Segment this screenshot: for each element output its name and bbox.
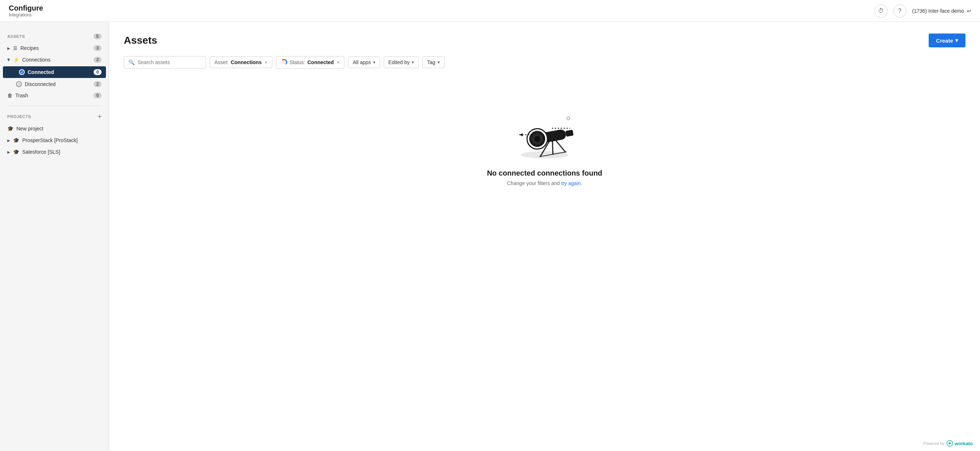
try-again-link[interactable]: try again. bbox=[562, 180, 582, 186]
salesforce-label: Salesforce [SLS] bbox=[22, 149, 60, 155]
help-button[interactable]: ? bbox=[893, 4, 907, 18]
svg-point-12 bbox=[567, 117, 570, 120]
telescope-illustration bbox=[508, 102, 581, 160]
help-icon: ? bbox=[898, 8, 901, 14]
salesforce-chevron-icon: ▶ bbox=[7, 150, 10, 154]
connections-chevron-icon: ▶ bbox=[7, 58, 11, 61]
empty-subtitle: Change your filters and try again. bbox=[507, 180, 582, 186]
sidebar-item-prosperstack[interactable]: ▶ 🎓 ProsperStack [ProStack] bbox=[0, 134, 109, 146]
svg-rect-6 bbox=[565, 130, 573, 137]
main-content: Assets Create ▾ 🔍 Asset: Connections × bbox=[109, 22, 980, 451]
sidebar-divider bbox=[7, 106, 102, 106]
svg-marker-14 bbox=[519, 133, 523, 136]
connected-item-left: ✓ Connected bbox=[19, 69, 54, 75]
sidebar-item-salesforce[interactable]: ▶ 🎓 Salesforce [SLS] bbox=[0, 146, 109, 158]
disconnected-badge: 2 bbox=[94, 81, 102, 87]
connections-item-left: ▶ ⚡ Connections bbox=[7, 57, 51, 63]
empty-state: No connected connections found Change yo… bbox=[124, 80, 966, 208]
brand-title: Configure bbox=[9, 4, 43, 13]
status-filter-value: Connected bbox=[307, 59, 334, 65]
brand-subtitle: Integrations bbox=[9, 13, 43, 18]
create-button[interactable]: Create ▾ bbox=[929, 33, 966, 47]
recipes-list-icon: ☰ bbox=[13, 46, 18, 51]
prosperstack-icon: 🎓 bbox=[13, 137, 19, 143]
create-label: Create bbox=[936, 38, 953, 44]
assets-count-badge: 5 bbox=[94, 33, 102, 39]
trash-icon: 🗑 bbox=[7, 92, 13, 98]
disconnected-icon: ⊙ bbox=[16, 81, 22, 87]
asset-filter-value: Connections bbox=[231, 59, 262, 65]
status-filter-chip[interactable]: Status: Connected × bbox=[276, 56, 344, 69]
connections-bolt-icon: ⚡ bbox=[13, 57, 19, 63]
recipes-item-left: ▶ ☰ Recipes bbox=[7, 45, 39, 51]
sidebar-item-trash[interactable]: 🗑 Trash 0 bbox=[0, 89, 109, 101]
clock-icon: ⏱ bbox=[878, 8, 884, 14]
new-project-label: New project bbox=[16, 126, 43, 132]
empty-title: No connected connections found bbox=[487, 169, 603, 177]
main-layout: ASSETS 5 ▶ ☰ Recipes 3 ▶ ⚡ Connections 2… bbox=[0, 22, 980, 451]
search-icon: 🔍 bbox=[129, 59, 135, 65]
search-box[interactable]: 🔍 bbox=[124, 56, 206, 69]
logout-icon: ↩ bbox=[967, 8, 971, 14]
recipes-badge: 3 bbox=[94, 45, 102, 51]
disconnected-label: Disconnected bbox=[25, 81, 56, 87]
history-button[interactable]: ⏱ bbox=[874, 4, 888, 18]
sidebar-item-connected[interactable]: ✓ Connected 0 bbox=[3, 66, 106, 78]
status-filter-close-icon[interactable]: × bbox=[337, 59, 340, 65]
asset-filter-chip[interactable]: Asset: Connections × bbox=[210, 56, 272, 68]
recipes-chevron-icon: ▶ bbox=[7, 46, 10, 50]
tag-label: Tag bbox=[427, 59, 435, 65]
assets-section-header: ASSETS 5 bbox=[0, 30, 109, 42]
prosperstack-label: ProsperStack [ProStack] bbox=[22, 137, 78, 143]
empty-subtitle-text: Change your filters and bbox=[507, 180, 562, 186]
page-header: Assets Create ▾ bbox=[124, 33, 966, 47]
workato-label: workato bbox=[955, 441, 973, 446]
user-label: (1736) Inter-face demo bbox=[912, 8, 964, 14]
assets-section-label: ASSETS bbox=[7, 34, 25, 38]
header-right: ⏱ ? (1736) Inter-face demo ↩ bbox=[874, 4, 971, 18]
edited-by-label: Edited by bbox=[388, 59, 410, 65]
create-chevron-icon: ▾ bbox=[955, 37, 958, 44]
edited-by-dropdown[interactable]: Edited by ▾ bbox=[384, 56, 418, 68]
filter-bar: 🔍 Asset: Connections × Status: Connected… bbox=[124, 56, 966, 69]
sidebar-item-disconnected[interactable]: ⊙ Disconnected 2 bbox=[0, 79, 109, 89]
search-input[interactable] bbox=[138, 59, 201, 65]
recipes-label: Recipes bbox=[21, 45, 39, 51]
svg-line-8 bbox=[556, 140, 565, 153]
page-title: Assets bbox=[124, 35, 157, 46]
connections-badge: 2 bbox=[94, 57, 102, 63]
sidebar-item-connections[interactable]: ▶ ⚡ Connections 2 bbox=[0, 54, 109, 65]
tag-dropdown[interactable]: Tag ▾ bbox=[422, 56, 444, 68]
sidebar-item-new-project[interactable]: 🎓 New project bbox=[0, 123, 109, 134]
connected-icon: ✓ bbox=[19, 69, 25, 75]
new-project-icon: 🎓 bbox=[7, 126, 13, 132]
all-apps-chevron-icon: ▾ bbox=[373, 60, 375, 65]
asset-filter-close-icon[interactable]: × bbox=[265, 59, 267, 65]
sidebar-item-recipes[interactable]: ▶ ☰ Recipes 3 bbox=[0, 42, 109, 54]
salesforce-left: ▶ 🎓 Salesforce [SLS] bbox=[7, 149, 60, 155]
connected-label: Connected bbox=[28, 69, 54, 75]
edited-by-chevron-icon: ▾ bbox=[412, 60, 414, 65]
svg-point-0 bbox=[521, 151, 568, 158]
user-menu[interactable]: (1736) Inter-face demo ↩ bbox=[912, 8, 971, 14]
sidebar: ASSETS 5 ▶ ☰ Recipes 3 ▶ ⚡ Connections 2… bbox=[0, 22, 109, 451]
workato-logo-icon bbox=[947, 440, 953, 447]
add-project-button[interactable]: + bbox=[97, 113, 102, 120]
trash-item-left: 🗑 Trash bbox=[7, 92, 28, 98]
tag-chevron-icon: ▾ bbox=[438, 60, 440, 65]
projects-section-label: PROJECTS bbox=[7, 115, 31, 119]
prosperstack-left: ▶ 🎓 ProsperStack [ProStack] bbox=[7, 137, 78, 143]
prosperstack-chevron-icon: ▶ bbox=[7, 139, 10, 142]
status-spinner-icon bbox=[281, 59, 287, 65]
trash-label: Trash bbox=[15, 92, 28, 98]
status-filter-label: Status: bbox=[290, 59, 305, 65]
workato-logo: workato bbox=[947, 440, 973, 447]
footer: Powered by workato bbox=[923, 440, 973, 447]
asset-filter-label: Asset: bbox=[215, 59, 229, 65]
connected-badge: 0 bbox=[94, 69, 102, 75]
all-apps-dropdown[interactable]: All apps ▾ bbox=[348, 56, 380, 68]
brand: Configure Integrations bbox=[9, 4, 43, 18]
powered-by-label: Powered by bbox=[923, 441, 944, 446]
all-apps-label: All apps bbox=[353, 59, 371, 65]
projects-section-header: PROJECTS + bbox=[0, 110, 109, 123]
